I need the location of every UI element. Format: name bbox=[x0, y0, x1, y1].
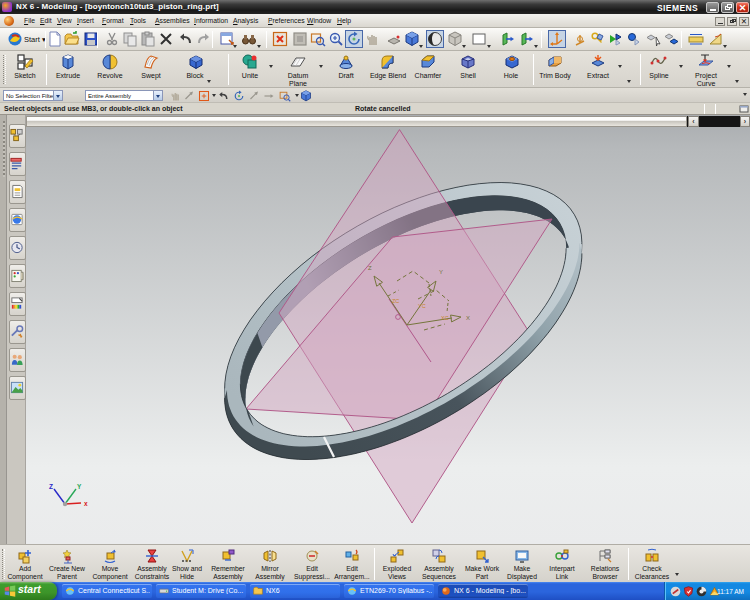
svg-text:XC: XC bbox=[441, 315, 449, 321]
svg-text:x: x bbox=[84, 500, 88, 507]
svg-text:X: X bbox=[466, 315, 470, 321]
svg-text:ZC: ZC bbox=[392, 298, 399, 304]
svg-text:YC: YC bbox=[418, 303, 426, 309]
svg-text:Z: Z bbox=[368, 265, 372, 271]
svg-text:Y: Y bbox=[77, 483, 82, 490]
svg-text:Z: Z bbox=[49, 483, 53, 490]
svg-text:Y: Y bbox=[439, 269, 443, 275]
